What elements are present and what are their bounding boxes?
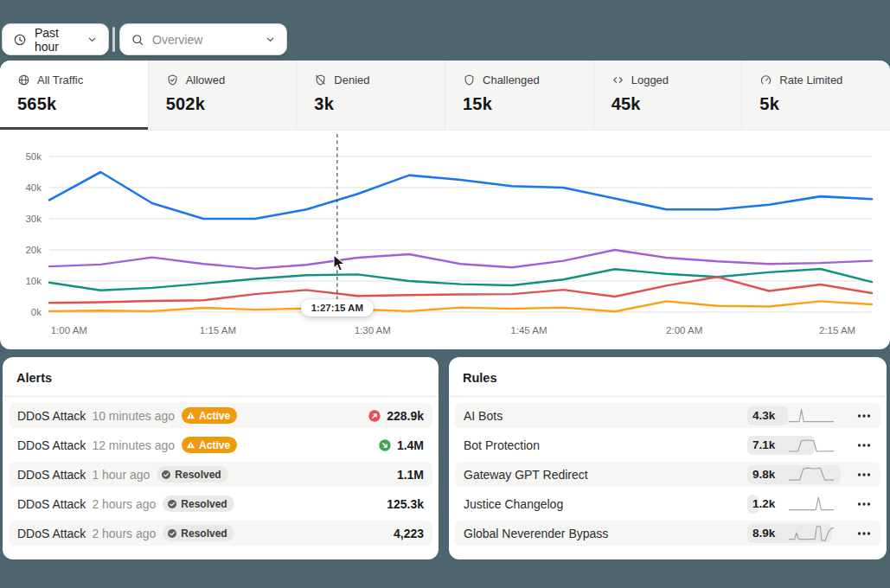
status-badge-label: Active xyxy=(199,439,230,451)
chevron-down-icon xyxy=(86,34,98,45)
status-badge: Active xyxy=(182,407,237,424)
status-badge: Active xyxy=(182,437,237,453)
tab-label: Challenged xyxy=(483,74,540,86)
svg-text:0k: 0k xyxy=(31,307,42,317)
alert-row[interactable]: DDoS Attack 2 hours ago Resolved 4,223 xyxy=(9,521,432,546)
traffic-chart-canvas[interactable]: 0k10k20k30k40k50k1:00 AM1:15 AM1:30 AM1:… xyxy=(0,131,890,349)
status-badge-label: Resolved xyxy=(175,469,221,481)
rule-sparkline xyxy=(789,406,834,424)
check-circle-icon xyxy=(167,499,177,509)
topbar-divider xyxy=(112,27,115,52)
svg-text:1:15 AM: 1:15 AM xyxy=(200,325,236,336)
alert-row[interactable]: DDoS Attack 1 hour ago Resolved 1.1M xyxy=(9,462,432,487)
svg-text:2:00 AM: 2:00 AM xyxy=(666,325,702,336)
chevron-down-icon xyxy=(265,34,276,45)
alert-time: 10 minutes ago xyxy=(92,409,175,423)
shield-icon xyxy=(463,74,476,86)
rule-row[interactable]: Justice Changelog 1.2k xyxy=(455,491,880,516)
alerts-title: Alerts xyxy=(3,357,439,385)
rule-sparkline xyxy=(789,465,834,483)
alert-value: 125.3k xyxy=(387,497,424,511)
rule-name: Justice Changelog xyxy=(464,497,747,511)
tab-denied[interactable]: Denied 3k xyxy=(296,61,445,131)
shield-off-icon xyxy=(314,74,327,86)
rule-menu-icon[interactable] xyxy=(844,526,872,541)
rule-menu-icon[interactable] xyxy=(844,496,872,512)
rule-menu-icon[interactable] xyxy=(844,467,872,483)
svg-text:2:15 AM: 2:15 AM xyxy=(819,325,855,336)
shield-check-icon xyxy=(166,74,179,86)
rule-sparkline xyxy=(789,436,834,453)
check-circle-icon xyxy=(167,528,177,539)
svg-text:40k: 40k xyxy=(25,182,42,193)
svg-text:1:00 AM: 1:00 AM xyxy=(51,325,87,336)
alert-row[interactable]: DDoS Attack 12 minutes ago Active 1.4M xyxy=(9,432,432,457)
status-badge: Resolved xyxy=(163,525,234,541)
tab-rate-limited[interactable]: Rate Limited 5k xyxy=(741,61,890,131)
alert-time: 1 hour ago xyxy=(92,468,150,482)
alert-value: 1.1M xyxy=(397,468,424,482)
rule-value: 1.2k xyxy=(752,491,775,516)
status-badge-label: Resolved xyxy=(181,527,227,540)
alert-value: 1.4M xyxy=(397,438,424,452)
rules-list: AI Bots 4.3k Bot Protection 7.1k Gat xyxy=(449,397,887,546)
tab-value: 3k xyxy=(314,94,445,114)
rule-name: Gateway GPT Redirect xyxy=(464,468,747,482)
view-select[interactable]: Overview xyxy=(119,23,287,55)
traffic-card: All Traffic 565k Allowed 502k xyxy=(0,61,890,349)
globe-icon xyxy=(17,74,30,86)
alert-value: 4,223 xyxy=(394,527,424,540)
alerts-panel: Alerts DDoS Attack 10 minutes ago Active… xyxy=(3,357,439,559)
code-icon xyxy=(611,74,624,86)
alerts-list: DDoS Attack 10 minutes ago Active 228.9k… xyxy=(3,397,439,546)
time-range-label: Past hour xyxy=(35,26,79,54)
view-select-value: Overview xyxy=(152,33,202,47)
rule-name: Bot Protection xyxy=(464,438,747,452)
alert-time: 2 hours ago xyxy=(92,497,156,511)
mouse-cursor-icon xyxy=(333,254,346,276)
tab-value: 5k xyxy=(759,94,890,114)
trend-down-icon xyxy=(378,438,392,452)
rule-row[interactable]: Bot Protection 7.1k xyxy=(455,432,880,457)
traffic-chart[interactable]: 0k10k20k30k40k50k1:00 AM1:15 AM1:30 AM1:… xyxy=(0,131,890,349)
svg-text:20k: 20k xyxy=(25,245,42,255)
tab-label: Logged xyxy=(631,74,669,86)
tab-allowed[interactable]: Allowed 502k xyxy=(148,61,297,131)
warning-icon xyxy=(186,411,195,420)
tab-value: 565k xyxy=(17,94,148,114)
rule-row[interactable]: Global Neverender Bypass 8.9k xyxy=(455,521,880,546)
warning-icon xyxy=(186,440,195,450)
svg-text:10k: 10k xyxy=(25,276,42,286)
tab-label: Denied xyxy=(334,74,369,86)
tab-value: 502k xyxy=(166,94,297,114)
alert-name: DDoS Attack xyxy=(17,527,86,540)
rule-menu-icon[interactable] xyxy=(844,408,872,424)
tab-all-traffic[interactable]: All Traffic 565k xyxy=(0,61,148,131)
rule-name: AI Bots xyxy=(464,409,747,423)
svg-text:1:45 AM: 1:45 AM xyxy=(510,325,547,336)
tab-value: 45k xyxy=(611,94,742,114)
rule-row[interactable]: AI Bots 4.3k xyxy=(455,403,880,428)
tab-challenged[interactable]: Challenged 15k xyxy=(445,61,593,131)
tab-logged[interactable]: Logged 45k xyxy=(593,61,742,131)
rule-sparkline xyxy=(789,495,834,512)
alert-name: DDoS Attack xyxy=(17,438,86,452)
tab-value: 15k xyxy=(463,94,593,114)
gauge-icon xyxy=(759,74,772,86)
clock-icon xyxy=(13,33,27,47)
alert-name: DDoS Attack xyxy=(17,468,86,482)
alert-row[interactable]: DDoS Attack 10 minutes ago Active 228.9k xyxy=(9,403,432,428)
svg-text:1:30 AM: 1:30 AM xyxy=(355,325,391,336)
rule-row[interactable]: Gateway GPT Redirect 9.8k xyxy=(455,462,880,487)
alert-row[interactable]: DDoS Attack 2 hours ago Resolved 125.3k xyxy=(9,491,432,516)
alert-name: DDoS Attack xyxy=(17,409,86,423)
alert-time: 2 hours ago xyxy=(92,527,156,540)
alert-value: 228.9k xyxy=(387,409,424,423)
rule-value: 7.1k xyxy=(752,432,775,457)
status-badge: Resolved xyxy=(157,466,227,483)
time-range-dropdown[interactable]: Past hour xyxy=(2,23,109,55)
trend-up-icon xyxy=(368,409,381,423)
rules-title: Rules xyxy=(449,357,887,385)
status-badge-label: Active xyxy=(199,410,230,422)
rule-menu-icon[interactable] xyxy=(844,438,872,453)
